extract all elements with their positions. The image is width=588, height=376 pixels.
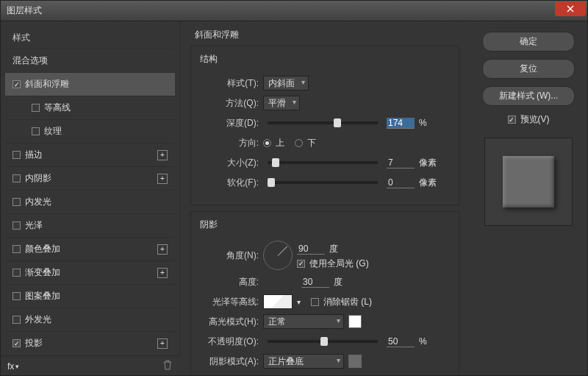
- fx-menu[interactable]: fx: [7, 361, 14, 372]
- size-label: 大小(Z):: [201, 157, 259, 169]
- size-value[interactable]: 7: [387, 157, 415, 169]
- sidebar-item-0[interactable]: 斜面和浮雕: [5, 72, 175, 96]
- highlight-opacity-label: 不透明度(O):: [201, 336, 259, 348]
- sidebar-item-6[interactable]: 光泽: [5, 213, 175, 237]
- add-icon[interactable]: +: [157, 174, 168, 184]
- shadow-mode-select[interactable]: 正片叠底: [263, 354, 344, 369]
- sidebar-checkbox[interactable]: [12, 269, 21, 277]
- sidebar-item-label: 等高线: [44, 102, 71, 114]
- sidebar-item-11[interactable]: 投影+: [5, 331, 175, 355]
- sidebar-header-styles[interactable]: 样式: [5, 27, 175, 49]
- sidebar-item-label: 颜色叠加: [25, 243, 60, 255]
- style-label: 样式(T):: [201, 77, 259, 90]
- structure-group: 结构 样式(T): 内斜面 方法(Q): 平滑 深度(D): 174 % 方向:…: [190, 46, 459, 205]
- sidebar-checkbox[interactable]: [12, 316, 21, 324]
- altitude-label: 高度:: [201, 276, 259, 288]
- sidebar-item-label: 图案叠加: [25, 290, 60, 302]
- structure-title: 结构: [197, 53, 220, 65]
- sidebar-item-label: 斜面和浮雕: [25, 78, 69, 91]
- add-icon[interactable]: +: [157, 150, 168, 160]
- method-label: 方法(Q):: [201, 97, 259, 110]
- new-style-button[interactable]: 新建样式 (W)...: [482, 86, 575, 106]
- shadow-color-swatch[interactable]: [348, 355, 362, 368]
- angle-label: 角度(N):: [201, 249, 259, 262]
- size-slider[interactable]: [268, 161, 378, 164]
- sidebar-checkbox[interactable]: [12, 174, 21, 182]
- sidebar-item-9[interactable]: 图案叠加: [5, 284, 175, 308]
- sidebar-checkbox[interactable]: [32, 104, 40, 112]
- sidebar-item-label: 投影: [25, 337, 43, 350]
- add-icon[interactable]: +: [157, 268, 168, 278]
- gloss-contour-picker[interactable]: [263, 294, 293, 309]
- angle-value[interactable]: 90: [297, 244, 325, 255]
- sidebar-item-8[interactable]: 渐变叠加+: [5, 260, 175, 284]
- sidebar-item-3[interactable]: 描边+: [5, 143, 175, 166]
- style-select[interactable]: 内斜面: [263, 76, 309, 91]
- sidebar-footer: fx▾: [0, 355, 179, 376]
- sidebar-item-2[interactable]: 纹理: [5, 119, 175, 143]
- preview-checkbox[interactable]: [508, 116, 516, 124]
- sidebar-item-label: 外发光: [25, 313, 51, 326]
- depth-value[interactable]: 174: [387, 118, 415, 129]
- depth-label: 深度(D):: [201, 117, 259, 130]
- sidebar-checkbox[interactable]: [12, 151, 21, 159]
- gloss-label: 光泽等高线:: [201, 296, 259, 308]
- panel-title: 斜面和浮雕: [195, 29, 459, 41]
- right-column: 确定 复位 新建样式 (W)... 预览(V): [470, 21, 587, 355]
- soften-label: 软化(F):: [201, 177, 259, 189]
- sidebar-item-10[interactable]: 外发光: [5, 308, 175, 331]
- title-bar: 图层样式: [1, 1, 587, 21]
- sidebar-item-label: 描边: [25, 149, 43, 161]
- shadow-title: 阴影: [197, 219, 220, 231]
- effects-sidebar: 样式 混合选项 斜面和浮雕等高线纹理描边+内阴影+内发光光泽颜色叠加+渐变叠加+…: [1, 21, 180, 355]
- window-title: 图层样式: [7, 4, 581, 17]
- trash-icon[interactable]: [163, 360, 172, 372]
- highlight-color-swatch[interactable]: [348, 315, 362, 328]
- sidebar-checkbox[interactable]: [32, 127, 40, 135]
- sidebar-item-label: 渐变叠加: [25, 266, 60, 279]
- direction-up-radio[interactable]: [263, 139, 271, 147]
- soften-slider[interactable]: [268, 181, 378, 184]
- soften-value[interactable]: 0: [387, 177, 415, 188]
- sidebar-item-1[interactable]: 等高线: [5, 96, 175, 119]
- highlight-mode-label: 高光模式(H):: [201, 316, 259, 328]
- sidebar-item-label: 纹理: [44, 125, 62, 138]
- highlight-mode-select[interactable]: 正常: [263, 314, 344, 329]
- depth-slider[interactable]: [268, 121, 378, 124]
- preview-box: [484, 138, 573, 226]
- sidebar-item-4[interactable]: 内阴影+: [5, 166, 175, 190]
- sidebar-item-label: 内发光: [25, 196, 51, 208]
- direction-label: 方向:: [201, 137, 259, 149]
- shadow-group: 阴影 角度(N): 90 度 使用全局光 (G) 高度:: [190, 211, 459, 376]
- sidebar-item-label: 光泽: [25, 219, 43, 232]
- shadow-mode-label: 阴影模式(A):: [201, 355, 259, 368]
- close-button[interactable]: [555, 1, 586, 16]
- sidebar-item-7[interactable]: 颜色叠加+: [5, 237, 175, 260]
- method-select[interactable]: 平滑: [263, 96, 300, 110]
- altitude-value[interactable]: 30: [301, 277, 329, 288]
- add-icon[interactable]: +: [157, 244, 168, 255]
- sidebar-checkbox[interactable]: [12, 292, 21, 300]
- angle-dial[interactable]: [263, 241, 293, 270]
- highlight-opacity-slider[interactable]: [268, 340, 378, 343]
- sidebar-checkbox[interactable]: [12, 245, 21, 253]
- sidebar-checkbox[interactable]: [12, 80, 21, 88]
- sidebar-item-5[interactable]: 内发光: [5, 190, 175, 213]
- sidebar-checkbox[interactable]: [12, 198, 21, 206]
- sidebar-checkbox[interactable]: [12, 221, 21, 230]
- highlight-opacity-value[interactable]: 50: [387, 336, 415, 347]
- global-light-checkbox[interactable]: [297, 260, 305, 268]
- antialias-checkbox[interactable]: [311, 298, 319, 306]
- settings-panel: 斜面和浮雕 结构 样式(T): 内斜面 方法(Q): 平滑 深度(D): 174…: [180, 21, 470, 355]
- cancel-button[interactable]: 复位: [482, 59, 575, 79]
- direction-down-radio[interactable]: [295, 139, 303, 147]
- sidebar-item-label: 内阴影: [25, 172, 51, 185]
- ok-button[interactable]: 确定: [482, 32, 575, 52]
- preview-swatch: [503, 156, 554, 207]
- sidebar-checkbox[interactable]: [12, 339, 21, 347]
- add-icon[interactable]: +: [157, 338, 168, 349]
- sidebar-blend-options[interactable]: 混合选项: [5, 49, 175, 72]
- close-icon: [567, 5, 574, 13]
